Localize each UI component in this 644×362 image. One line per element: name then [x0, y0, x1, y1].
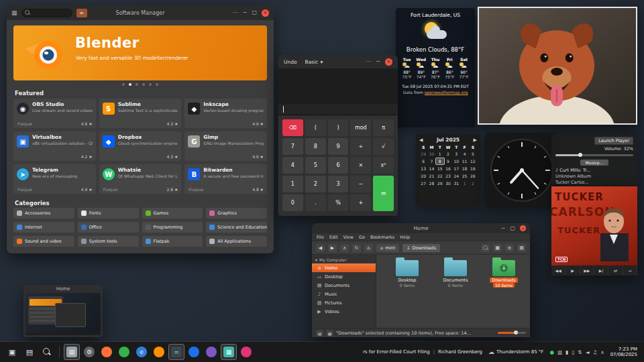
volume-slider-knob[interactable] — [578, 153, 582, 157]
minimize-button[interactable]: − — [376, 59, 380, 64]
calendar-next-button[interactable]: ▶ — [474, 137, 477, 143]
taskbar-firefox-icon[interactable] — [99, 344, 115, 360]
calc-key-8[interactable]: 8 — [305, 138, 326, 155]
calc-key-2[interactable]: 2 — [305, 176, 326, 192]
hamburger-menu-button[interactable]: ≡ — [76, 9, 87, 17]
calendar-day[interactable]: 28 — [427, 180, 435, 186]
calc-key-9[interactable]: 9 — [328, 138, 349, 155]
view-toggle-2[interactable]: ▤ — [517, 243, 527, 253]
featured-app-virtualbox[interactable]: ▣Virtualboxx86 virtualization solution -… — [13, 131, 96, 161]
calendar-day[interactable]: 11 — [460, 158, 468, 164]
calc-key-0[interactable]: 0 — [282, 194, 303, 211]
volume-icon[interactable]: ◄ — [586, 349, 590, 355]
launch-player-button[interactable]: Launch Player — [594, 137, 633, 145]
calc-key--[interactable]: ⌫ — [282, 119, 303, 136]
caret-up-icon[interactable]: ∧ — [600, 349, 604, 355]
calendar-day[interactable]: 22 — [436, 173, 444, 179]
sidebar-item-videos[interactable]: ▶Videos — [312, 307, 376, 316]
featured-app-telegram[interactable]: ➤TelegramNew era of messagingFlatpak4.9 … — [13, 164, 96, 194]
carousel-dot[interactable] — [149, 83, 152, 86]
carousel-dot[interactable] — [129, 83, 131, 86]
calendar-day[interactable]: 1 — [436, 151, 444, 157]
player-source-chip[interactable]: Musicp... — [580, 160, 609, 166]
calendar-day[interactable]: 19 — [469, 166, 477, 172]
carousel-dot[interactable] — [142, 83, 145, 86]
window-preview[interactable]: Home — [23, 285, 103, 337]
featured-app-obs-studio[interactable]: ◉OBS StudioLive stream and record videos… — [13, 99, 96, 128]
breadcrumb-downloads[interactable]: ↓ Downloads — [402, 243, 441, 253]
taskbar-green-app-icon[interactable] — [116, 344, 132, 360]
carousel-dot[interactable] — [136, 83, 138, 86]
featured-app-sublime[interactable]: SSublimeSublime Text is a sophisticated.… — [99, 99, 182, 128]
calc-key-5[interactable]: 5 — [305, 157, 326, 174]
calendar-day[interactable]: 7 — [427, 158, 435, 164]
calendar-day[interactable]: 31 — [452, 180, 460, 186]
taskbar-settings-icon[interactable]: ⚙ — [81, 344, 97, 360]
preview-titlebar[interactable]: Home — [23, 285, 103, 293]
calendar-day[interactable]: 4 — [460, 151, 468, 157]
zoom-slider[interactable] — [498, 332, 526, 334]
volume-slider[interactable] — [555, 154, 633, 156]
category-office[interactable]: Office — [78, 222, 139, 233]
search-launcher[interactable] — [39, 344, 55, 360]
toggle-places-icon[interactable]: ▤ — [316, 330, 323, 337]
more-options-button[interactable]: ⋯ — [233, 10, 238, 15]
menu-edit[interactable]: Edit — [329, 235, 338, 240]
player-control-5[interactable]: → — [623, 265, 637, 276]
calendar-day[interactable]: 29 — [419, 151, 427, 157]
featured-banner[interactable]: Blender Very fast and versatile 3D model… — [13, 25, 267, 80]
calc-key--[interactable]: − — [350, 176, 371, 192]
calendar-day[interactable]: 15 — [436, 166, 444, 172]
category-all-applications[interactable]: All Applications — [206, 236, 267, 247]
close-button[interactable]: × — [385, 58, 392, 66]
taskbar-pink-app-icon[interactable] — [238, 344, 254, 360]
calendar-day[interactable]: 27 — [419, 180, 427, 186]
taskbar-blue-app-icon[interactable] — [186, 344, 202, 360]
sidebar-item-desktop[interactable]: ▭Desktop — [312, 272, 376, 281]
menu-help[interactable]: Help — [400, 235, 410, 240]
featured-app-inkscape[interactable]: ◆InkscapeVector-based drawing program4.6… — [184, 99, 267, 128]
calc-key--[interactable]: ) — [328, 119, 349, 136]
calendar-day[interactable]: 10 — [452, 158, 460, 164]
refresh-button[interactable]: ↻ — [352, 243, 362, 253]
file-item-desktop[interactable]: Desktop0 items — [386, 260, 429, 288]
category-programming[interactable]: Programming — [142, 222, 203, 233]
sidebar-item-home[interactable]: ⌂Home — [312, 263, 376, 272]
file-item-downloads[interactable]: ↓Downloads10 items — [482, 260, 525, 288]
calendar-day[interactable]: 24 — [452, 173, 460, 179]
category-graphics[interactable]: Graphics — [206, 208, 267, 219]
calendar-prev-button[interactable]: ◀ — [419, 137, 423, 143]
taskbar-purple-app-icon[interactable] — [203, 344, 219, 360]
menu-button[interactable]: ▣ — [4, 344, 20, 360]
carousel-dot[interactable] — [122, 83, 125, 86]
calc-key--[interactable]: % — [328, 194, 349, 211]
toggle-treeview-icon[interactable]: ▦ — [326, 330, 333, 337]
calendar-day[interactable]: 16 — [444, 166, 452, 172]
undo-button[interactable]: Undo — [284, 59, 297, 65]
calendar-day[interactable]: 30 — [427, 151, 435, 157]
sidebar-item-pictures[interactable]: ▨Pictures — [312, 298, 376, 307]
calendar-day[interactable]: 5 — [469, 151, 477, 157]
show-desktop-button[interactable]: ▤ — [21, 344, 38, 360]
wallet-icon[interactable]: ▥ — [557, 349, 562, 355]
calculator-titlebar[interactable]: Undo Basic ▾ ⋯ − × — [278, 55, 398, 68]
search-input[interactable] — [32, 10, 69, 15]
calc-key-3[interactable]: 3 — [328, 176, 349, 192]
calendar-day[interactable]: 29 — [436, 180, 444, 186]
media-poster[interactable]: TUCKER CARLSON TUCKER TCN — [551, 186, 637, 265]
phone-icon[interactable]: ▯ — [572, 349, 574, 355]
taskbar-orange-app-icon[interactable] — [151, 344, 167, 360]
search-button[interactable] — [480, 243, 490, 253]
calendar-day[interactable]: 17 — [452, 166, 460, 172]
file-item-documents[interactable]: Documents0 items — [434, 260, 477, 288]
calendar-today[interactable]: 8 — [436, 158, 444, 164]
app-grid-icon[interactable]: ▦ — [11, 9, 17, 16]
category-accessories[interactable]: Accessories — [13, 208, 74, 219]
menu-file[interactable]: File — [317, 235, 324, 240]
calc-key--[interactable]: ( — [305, 119, 326, 136]
forward-button[interactable]: ▶ — [327, 243, 337, 253]
calendar-day[interactable]: 14 — [427, 166, 435, 172]
calculator-entry[interactable] — [278, 104, 398, 115]
home-button[interactable]: ⌂ — [364, 243, 374, 253]
calendar-day[interactable]: 2 — [469, 180, 477, 186]
